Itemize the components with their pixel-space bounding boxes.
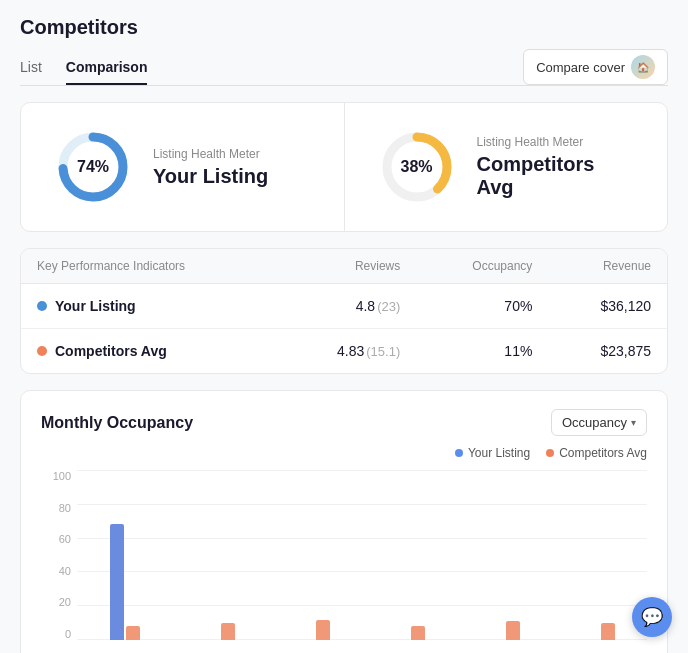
health-name-competitors: Competitors Avg [477, 153, 636, 199]
kpi-header-row: Key Performance Indicators Reviews Occup… [21, 249, 667, 284]
bar-comp-jul [316, 620, 330, 640]
legend-your-listing: Your Listing [455, 446, 530, 460]
kpi-table: Key Performance Indicators Reviews Occup… [21, 249, 667, 373]
legend-dot-competitors [546, 449, 554, 457]
chart-legend: Your Listing Competitors Avg [41, 446, 647, 460]
donut-value-your-listing: 74% [77, 158, 109, 176]
bar-group-may [110, 524, 140, 640]
chart-header: Monthly Occupancy Occupancy ▾ [41, 409, 647, 436]
donut-your-listing: 74% [53, 127, 133, 207]
health-card-your-listing: 74% Listing Health Meter Your Listing [21, 103, 345, 231]
chart-title: Monthly Occupancy [41, 414, 193, 432]
kpi-reviews-competitors: 4.83(15.1) [280, 329, 417, 374]
bar-comp-may [126, 626, 140, 640]
page-title: Competitors [20, 16, 668, 39]
bar-comp-aug [411, 626, 425, 640]
legend-dot-your-listing [455, 449, 463, 457]
kpi-col-revenue: Revenue [548, 249, 667, 284]
tab-list[interactable]: List [20, 51, 42, 85]
y-60: 60 [41, 533, 71, 545]
bar-chart: 100 80 60 40 20 0 MayJunJulAugSepOct [41, 470, 647, 653]
kpi-col-reviews: Reviews [280, 249, 417, 284]
y-40: 40 [41, 565, 71, 577]
kpi-col-name: Key Performance Indicators [21, 249, 280, 284]
chevron-down-icon: ▾ [631, 417, 636, 428]
bar-comp-oct [601, 623, 615, 640]
kpi-label-your-listing: Your Listing [21, 284, 280, 329]
dot-your-listing [37, 301, 47, 311]
legend-label-your-listing: Your Listing [468, 446, 530, 460]
page-header: Competitors List Comparison Compare cove… [20, 16, 668, 86]
kpi-occupancy-your-listing: 70% [416, 284, 548, 329]
health-text-your-listing: Listing Health Meter Your Listing [153, 147, 268, 188]
bar-group-jun [205, 623, 235, 640]
bar-group-jul [300, 620, 330, 640]
kpi-label-competitors: Competitors Avg [21, 329, 280, 374]
kpi-name-your-listing: Your Listing [55, 298, 136, 314]
health-label-competitors: Listing Health Meter [477, 135, 636, 149]
legend-label-competitors: Competitors Avg [559, 446, 647, 460]
y-100: 100 [41, 470, 71, 482]
dot-competitors [37, 346, 47, 356]
compare-cover-label: Compare cover [536, 60, 625, 75]
bars-container [77, 470, 647, 640]
bar-group-aug [395, 626, 425, 640]
y-0: 0 [41, 628, 71, 640]
bar-comp-jun [221, 623, 235, 640]
chart-section: Monthly Occupancy Occupancy ▾ Your Listi… [20, 390, 668, 653]
kpi-name-competitors: Competitors Avg [55, 343, 167, 359]
bar-comp-sep [506, 621, 520, 640]
bar-group-oct [585, 623, 615, 640]
kpi-row-competitors: Competitors Avg 4.83(15.1) 11% $23,875 [21, 329, 667, 374]
page: Competitors List Comparison Compare cove… [0, 0, 688, 653]
y-axis: 100 80 60 40 20 0 [41, 470, 71, 640]
kpi-revenue-competitors: $23,875 [548, 329, 667, 374]
health-label-your-listing: Listing Health Meter [153, 147, 268, 161]
kpi-revenue-your-listing: $36,120 [548, 284, 667, 329]
y-80: 80 [41, 502, 71, 514]
bar-your-may [110, 524, 124, 640]
donut-competitors: 38% [377, 127, 457, 207]
health-text-competitors: Listing Health Meter Competitors Avg [477, 135, 636, 199]
tabs-left: List Comparison [20, 51, 147, 84]
health-card-competitors: 38% Listing Health Meter Competitors Avg [345, 103, 668, 231]
legend-competitors: Competitors Avg [546, 446, 647, 460]
kpi-section: Key Performance Indicators Reviews Occup… [20, 248, 668, 374]
bar-group-sep [490, 621, 520, 640]
compare-cover-icon: 🏠 [631, 55, 655, 79]
chat-bubble[interactable]: 💬 [632, 597, 672, 637]
donut-value-competitors: 38% [400, 158, 432, 176]
y-20: 20 [41, 596, 71, 608]
kpi-row-your-listing: Your Listing 4.8(23) 70% $36,120 [21, 284, 667, 329]
health-name-your-listing: Your Listing [153, 165, 268, 188]
chat-icon: 💬 [641, 606, 663, 628]
occupancy-dropdown[interactable]: Occupancy ▾ [551, 409, 647, 436]
compare-cover-button[interactable]: Compare cover 🏠 [523, 49, 668, 85]
kpi-occupancy-competitors: 11% [416, 329, 548, 374]
tab-comparison[interactable]: Comparison [66, 51, 148, 85]
kpi-col-occupancy: Occupancy [416, 249, 548, 284]
tabs-bar: List Comparison Compare cover 🏠 [20, 49, 668, 86]
kpi-reviews-your-listing: 4.8(23) [280, 284, 417, 329]
occupancy-dropdown-label: Occupancy [562, 415, 627, 430]
health-section: 74% Listing Health Meter Your Listing 38… [20, 102, 668, 232]
